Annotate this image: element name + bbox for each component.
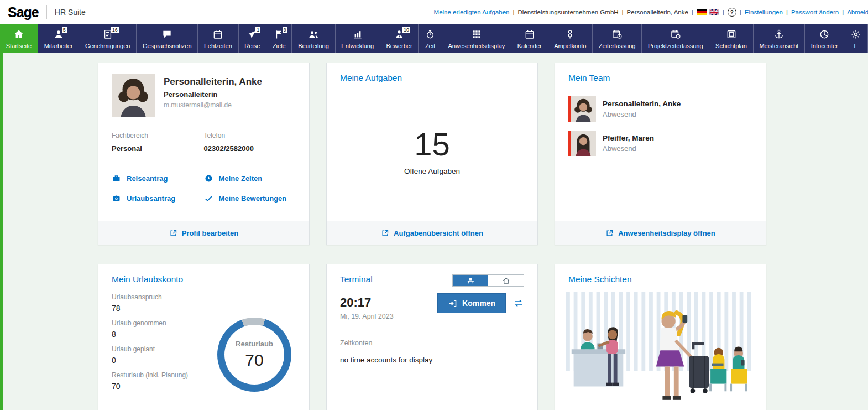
- nav-badge: 9: [282, 27, 288, 34]
- field-value: 02302/2582000: [204, 144, 296, 153]
- separator: |: [513, 9, 514, 15]
- quick-link-urlaubsantrag[interactable]: Urlaubsantrag: [112, 194, 204, 203]
- traffic-circles-icon: [564, 29, 576, 40]
- separator: |: [692, 9, 693, 15]
- vacation-row-label: Urlaubsanspruch: [112, 293, 210, 301]
- login-arrow-icon: [448, 299, 457, 308]
- edit-profile-button[interactable]: Profil bearbeiten: [98, 221, 309, 245]
- nav-item-meisteransicht[interactable]: Meisteransicht: [754, 24, 805, 53]
- vacation-row-urlaub-genommen: Urlaub genommen8: [112, 319, 210, 339]
- separator: |: [622, 9, 624, 15]
- flag-uk-icon[interactable]: [709, 9, 719, 15]
- terminal-date: Mi, 19. April 2023: [340, 313, 394, 320]
- separator: |: [842, 9, 844, 15]
- people-icon: [308, 29, 319, 40]
- nav-item-e[interactable]: E: [844, 24, 867, 53]
- clock-in-group: Kommen: [437, 293, 524, 313]
- terminal-time: 20:17: [340, 295, 394, 310]
- shifts-illustration-wrap: [566, 292, 755, 410]
- vacation-row-value: 70: [112, 382, 210, 391]
- profile-quick-links: ReiseantragMeine ZeitenUrlaubsantragMein…: [98, 164, 309, 209]
- profile-fields: FachbereichPersonalTelefon02302/2582000: [98, 117, 309, 153]
- nav-item-projektzeiterfassung[interactable]: Projektzeiterfassung: [642, 24, 709, 53]
- nav-item-label: Meisteransicht: [759, 43, 798, 49]
- nav-item-genehmigungen[interactable]: 16Genehmigungen: [79, 24, 137, 53]
- nav-icon-wrap: 5: [53, 29, 64, 40]
- swap-arrows-icon: [513, 298, 524, 309]
- team-card: Mein Team Personalleiterin, AnkeAbwesend…: [555, 63, 766, 245]
- nav-item-kalender[interactable]: Kalender: [511, 24, 548, 53]
- profile-header: Personalleiterin, Anke Personalleiterin …: [98, 63, 309, 117]
- settings-link[interactable]: Einstellungen: [745, 9, 783, 15]
- home-icon: [13, 29, 24, 40]
- nav-item-mitarbeiter[interactable]: 5Mitarbeiter: [38, 24, 79, 53]
- terminal-row: 20:17 Mi, 19. April 2023 Kommen: [327, 287, 537, 320]
- home-outline-icon: [502, 277, 510, 285]
- nav-item-label: Zeiterfassung: [599, 43, 636, 49]
- nav-item-entwicklung[interactable]: Entwicklung: [336, 24, 380, 53]
- quick-link-meine-zeiten[interactable]: Meine Zeiten: [204, 174, 296, 183]
- donut-center-label: Resturlaub: [236, 340, 273, 348]
- nav-icon-wrap: [670, 29, 681, 40]
- nav-item-gespr-chsnotizen[interactable]: Gesprächsnotizen: [137, 24, 198, 53]
- nav-item-fehlzeiten[interactable]: Fehlzeiten: [198, 24, 238, 53]
- toggle-office-segment[interactable]: [453, 275, 488, 286]
- nav-item-label: Bewerber: [386, 43, 412, 49]
- done-tasks-link[interactable]: Meine erledigten Aufgaben: [434, 9, 510, 15]
- nav-icon-wrap: 10: [394, 29, 405, 40]
- vacation-row-value: 8: [112, 330, 210, 339]
- topbar-brand-group: Sage HR Suite: [8, 4, 86, 20]
- quick-link-meine-bewertungen[interactable]: Meine Bewertungen: [204, 194, 296, 203]
- nav-item-beurteilung[interactable]: Beurteilung: [292, 24, 335, 53]
- nav-icon-wrap: [161, 29, 172, 40]
- anchor-icon: [773, 29, 785, 40]
- nav-item-ziele[interactable]: 9Ziele: [266, 24, 292, 53]
- terminal-header: Terminal: [327, 264, 537, 287]
- toggle-home-segment[interactable]: [488, 275, 524, 286]
- time-accounts-section: Zeitkonten no time accounts for display: [327, 320, 537, 364]
- member-info: Personalleiterin, AnkeAbwesend: [603, 100, 681, 118]
- nav-item-schichtplan[interactable]: Schichtplan: [709, 24, 753, 53]
- vacation-donut-wrap: Resturlaub 70: [213, 293, 296, 397]
- logout-link[interactable]: Abmelden: [847, 9, 868, 15]
- field-label: Fachbereich: [112, 132, 204, 139]
- workstation-icon: [467, 277, 475, 285]
- change-password-link[interactable]: Passwort ändern: [791, 9, 839, 15]
- check-icon: [204, 194, 213, 203]
- quick-link-label: Reiseantrag: [127, 174, 168, 183]
- nav-item-zeit[interactable]: Zeit: [419, 24, 442, 53]
- open-tasks-overview-button[interactable]: Aufgabenübersicht öffnen: [327, 221, 537, 245]
- nav-item-label: Projektzeiterfassung: [648, 43, 703, 49]
- nav-item-label: Ziele: [273, 43, 286, 49]
- tasks-body: 15 Offene Aufgaben: [327, 83, 537, 221]
- camera-icon: [112, 194, 121, 203]
- nav-item-reise[interactable]: 1Reise: [239, 24, 267, 53]
- nav-item-infocenter[interactable]: Infocenter: [805, 24, 844, 53]
- member-status: Abwesend: [603, 144, 654, 153]
- nav-item-ampelkonto[interactable]: Ampelkonto: [548, 24, 593, 53]
- swap-direction-button[interactable]: [513, 298, 524, 309]
- airport-travel-scene-illustration: [566, 292, 755, 410]
- profile-avatar: [112, 74, 155, 117]
- nav-item-startseite[interactable]: Startseite: [0, 24, 38, 53]
- clock-in-button[interactable]: Kommen: [437, 293, 506, 313]
- profile-field-telefon: Telefon02302/2582000: [204, 132, 296, 153]
- vacation-row-urlaubsanspruch: Urlaubsanspruch78: [112, 293, 210, 313]
- help-icon[interactable]: ?: [728, 8, 736, 17]
- nav-item-anwesenheitsdisplay[interactable]: Anwesenheitsdisplay: [442, 24, 511, 53]
- current-user: Personalleiterin, Anke: [627, 9, 688, 15]
- nav-item-zeiterfassung[interactable]: Zeiterfassung: [593, 24, 642, 53]
- vacation-row-value: 0: [112, 356, 210, 365]
- flag-germany-icon[interactable]: [697, 9, 707, 15]
- open-presence-display-button[interactable]: Anwesenheitsdisplay öffnen: [555, 221, 766, 245]
- team-member-personalleiterin-anke[interactable]: Personalleiterin, AnkeAbwesend: [568, 96, 752, 122]
- separator: |: [740, 9, 741, 15]
- team-member-pfeiffer-maren[interactable]: Pfeiffer, MarenAbwesend: [568, 131, 752, 156]
- presence-display-label: Anwesenheitsdisplay öffnen: [618, 229, 715, 237]
- nav-item-bewerber[interactable]: 10Bewerber: [380, 24, 419, 53]
- quick-link-reiseantrag[interactable]: Reiseantrag: [112, 174, 204, 183]
- profile-card: Personalleiterin, Anke Personalleiterin …: [98, 63, 310, 245]
- member-name: Personalleiterin, Anke: [603, 100, 681, 108]
- calendar-icon: [524, 29, 535, 40]
- nav-item-label: Entwicklung: [341, 43, 374, 49]
